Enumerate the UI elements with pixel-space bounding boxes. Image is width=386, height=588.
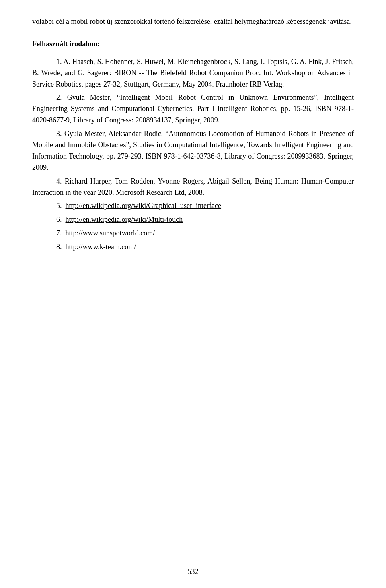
ref-8-link[interactable]: http://www.k-team.com/ bbox=[66, 243, 136, 251]
ref-4-number: 4. bbox=[56, 177, 62, 185]
ref-6-number: 6. bbox=[56, 215, 62, 223]
intro-paragraph: volabbi cél a mobil robot új szenzorokka… bbox=[32, 16, 354, 27]
reference-item-2: 2. Gyula Mester, “Intelligent Mobil Robo… bbox=[32, 92, 354, 126]
ref-1-text: A. Haasch, S. Hohenner, S. Huwel, M. Kle… bbox=[32, 58, 354, 88]
page-number: 532 bbox=[188, 567, 199, 576]
ref-3-number: 3. bbox=[56, 130, 62, 138]
references-heading: Felhasznált irodalom: bbox=[32, 39, 354, 50]
reference-item-5: 5. http://en.wikipedia.org/wiki/Graphica… bbox=[32, 200, 354, 212]
ref-5-link[interactable]: http://en.wikipedia.org/wiki/Graphical_u… bbox=[66, 202, 222, 210]
ref-5-number: 5. bbox=[56, 202, 62, 210]
ref-1-number: 1. bbox=[56, 58, 62, 66]
ref-2-text: Gyula Mester, “Intelligent Mobil Robot C… bbox=[32, 93, 354, 124]
ref-4-text: Richard Harper, Tom Rodden, Yvonne Roger… bbox=[32, 177, 354, 196]
reference-item-7: 7. http://www.sunspotworld.com/ bbox=[32, 228, 354, 239]
reference-item-4: 4. Richard Harper, Tom Rodden, Yvonne Ro… bbox=[32, 176, 354, 198]
reference-item-6: 6. http://en.wikipedia.org/wiki/Multi-to… bbox=[32, 214, 354, 225]
ref-7-number: 7. bbox=[56, 229, 62, 237]
ref-6-link[interactable]: http://en.wikipedia.org/wiki/Multi-touch bbox=[66, 215, 183, 223]
page: volabbi cél a mobil robot új szenzorokka… bbox=[0, 0, 386, 588]
reference-item-3: 3. Gyula Mester, Aleksandar Rodic, “Auto… bbox=[32, 128, 354, 173]
ref-3-text: Gyula Mester, Aleksandar Rodic, “Autonom… bbox=[32, 130, 354, 171]
ref-7-link[interactable]: http://www.sunspotworld.com/ bbox=[66, 229, 155, 237]
reference-item-1: 1. A. Haasch, S. Hohenner, S. Huwel, M. … bbox=[32, 56, 354, 90]
reference-item-8: 8. http://www.k-team.com/ bbox=[32, 241, 354, 253]
ref-2-number: 2. bbox=[56, 93, 62, 101]
ref-8-number: 8. bbox=[56, 243, 62, 251]
